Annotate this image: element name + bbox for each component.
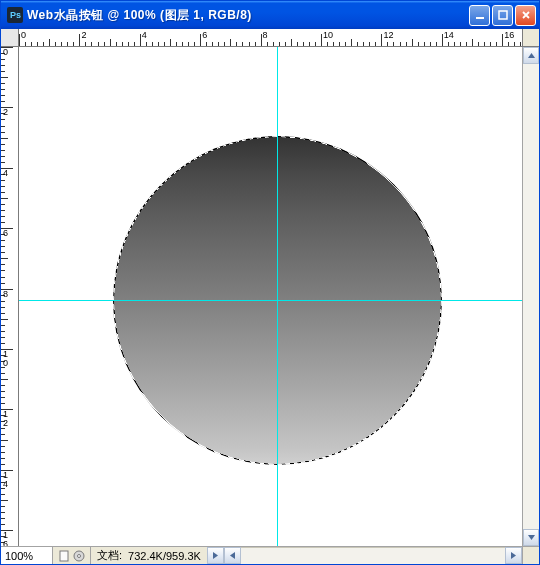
page-icon [58,550,70,562]
status-bar: 100% 文档: 732.4K/959.3K [1,546,539,564]
chevron-left-icon [230,552,235,559]
ruler-h-label: 6 [202,30,207,40]
titlebar[interactable]: Ps Web水晶按钮 @ 100% (图层 1, RGB/8) [1,1,539,29]
scrollbar-vertical[interactable] [522,47,539,546]
ruler-v-label: 6 [3,229,8,238]
ruler-row-top: 0246810121416 [1,29,539,47]
canvas[interactable] [19,47,522,546]
ruler-v-label: 4 [3,480,8,489]
scroll-right-button[interactable] [505,547,522,564]
chevron-down-icon [528,535,535,540]
minimize-button[interactable] [469,5,490,26]
chevron-up-icon [528,53,535,58]
svg-rect-4 [60,551,68,561]
svg-point-6 [78,554,81,557]
ruler-v-label: 4 [3,169,8,178]
scroll-left-button[interactable] [224,547,241,564]
ruler-horizontal[interactable]: 0246810121416 [19,29,522,46]
ruler-v-label: 0 [3,48,8,57]
scroll-track-horizontal[interactable] [241,547,505,564]
status-doc-label: 文档: [91,547,128,564]
ruler-h-label: 14 [444,30,454,40]
ruler-origin[interactable] [1,29,19,46]
status-icons[interactable] [53,547,91,564]
status-doc-size: 732.4K/959.3K [128,547,207,564]
ruler-v-label: 6 [3,540,8,546]
document-window: Ps Web水晶按钮 @ 100% (图层 1, RGB/8) 02468101… [0,0,540,565]
status-menu-button[interactable] [207,547,224,564]
ruler-v-label: 2 [3,419,8,428]
close-button[interactable] [515,5,536,26]
scrollbar-corner-bottom [522,547,539,564]
chevron-right-icon [213,552,218,559]
scroll-up-button[interactable] [523,47,539,64]
chevron-right-icon [511,552,516,559]
svg-text:Ps: Ps [10,10,21,20]
scroll-down-button[interactable] [523,529,539,546]
photoshop-icon: Ps [7,7,23,23]
zoom-level[interactable]: 100% [1,547,53,564]
ruler-vertical[interactable]: 0246810121416 [1,47,19,546]
ruler-v-label: 2 [3,108,8,117]
window-title: Web水晶按钮 @ 100% (图层 1, RGB/8) [27,7,467,24]
scrollbar-corner-top [522,29,539,46]
ruler-h-label: 12 [383,30,393,40]
ruler-v-label: 0 [3,359,8,368]
ruler-h-label: 10 [323,30,333,40]
mid-row: 0246810121416 [1,47,539,546]
ruler-h-label: 16 [504,30,514,40]
svg-rect-3 [499,11,507,19]
scroll-track-vertical[interactable] [523,64,539,529]
ruler-h-label: 0 [21,30,26,40]
scrollbar-horizontal[interactable] [224,547,522,564]
disc-icon [73,550,85,562]
ruler-h-label: 2 [81,30,86,40]
maximize-button[interactable] [492,5,513,26]
ruler-h-label: 4 [142,30,147,40]
guide-vertical[interactable] [277,47,278,546]
workspace: 0246810121416 0246810121416 [1,29,539,564]
ruler-h-label: 8 [263,30,268,40]
ruler-v-label: 8 [3,290,8,299]
guide-horizontal[interactable] [19,300,522,301]
svg-rect-2 [476,17,484,19]
